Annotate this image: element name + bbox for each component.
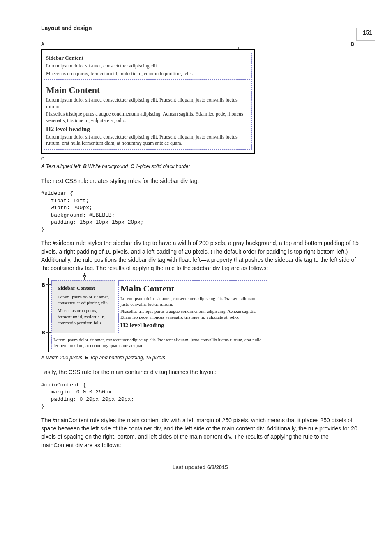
code-block-maincontent: #mainContent { margin: 0 0 0 250px; padd… <box>41 382 359 410</box>
fig2-h2: H2 level heading <box>120 322 265 329</box>
figure2-frame: Sidebar Content Lorem ipsum dolor sit am… <box>48 278 270 353</box>
fig1-h2: H2 level heading <box>46 126 250 133</box>
figure1-label-c: C <box>41 156 359 161</box>
fig2-sidebar-heading: Sidebar Content <box>58 285 111 291</box>
fig1-main-p2: Phasellus tristique purus a augue condim… <box>46 111 250 124</box>
figure2-label-b-top: B <box>42 282 45 287</box>
figure2-caption: A Width 200 pixels B Top and bottom padd… <box>41 355 359 361</box>
fig2-bottom: Lorem ipsum dolor sit amet, consectetuer… <box>51 335 267 350</box>
figure2-label-b-bottom: B <box>42 330 45 335</box>
fig1-sidebar-p2: Maecenas urna purus, fermentum id, moles… <box>46 71 250 77</box>
code-block-sidebar: #sidebar { float: left; width: 200px; ba… <box>41 190 359 233</box>
paragraph-2: The #sidebar rule styles the sidebar div… <box>41 239 359 272</box>
figure1-main-block: Main Content Lorem ipsum dolor sit amet,… <box>44 81 252 150</box>
figure1-frame: Sidebar Content Lorem ipsum dolor sit am… <box>41 49 255 154</box>
document-page: 151 Layout and design A B Sidebar Conten… <box>0 0 392 555</box>
fig1-main-heading: Main Content <box>46 85 250 95</box>
fig2-main-p2: Phasellus tristique purus a augue condim… <box>120 308 265 320</box>
fig2-main-heading: Main Content <box>120 283 265 294</box>
paragraph-1: The next CSS rule creates styling rules … <box>41 177 359 185</box>
fig2-main-p1: Lorem ipsum dolor sit amet, consectetuer… <box>120 296 265 308</box>
paragraph-4: The #mainContent rule styles the main co… <box>41 416 359 449</box>
paragraph-3: Lastly, the CSS rule for the main contai… <box>41 368 359 376</box>
figure1-caption: A Text aligned left B White background C… <box>41 164 359 169</box>
fig2-main: Main Content Lorem ipsum dolor sit amet,… <box>118 280 267 333</box>
cap1-a: A <box>41 164 45 169</box>
fig1-sidebar-heading: Sidebar Content <box>46 55 250 61</box>
cap2-a-text: Width 200 pixels <box>46 355 82 361</box>
figure1-label-b: B <box>351 42 354 46</box>
cap1-c: C <box>131 164 134 169</box>
cap1-a-text: Text aligned left <box>46 164 81 169</box>
figure1-label-a: A <box>41 42 44 46</box>
fig1-main-p1: Lorem ipsum dolor sit amet, consectetuer… <box>46 97 250 110</box>
cap1-c-text: 1-pixel solid black border <box>136 164 190 169</box>
fig1-sidebar-p1: Lorem ipsum dolor sit amet, consectetuer… <box>46 63 250 69</box>
page-number: 151 <box>356 28 375 41</box>
cap2-a: A <box>41 355 45 361</box>
fig1-h2-p: Lorem ipsum dolor sit amet, consectetuer… <box>46 134 250 147</box>
last-updated-footer: Last updated 6/3/2015 <box>41 464 359 470</box>
cap2-b-text: Top and bottom padding, 15 pixels <box>90 355 165 361</box>
fig2-sidebar-p1: Lorem ipsum dolor sit amet, consectetuer… <box>58 294 111 306</box>
fig2-sidebar: Sidebar Content Lorem ipsum dolor sit am… <box>51 280 115 333</box>
figure-2: A B B Sidebar Content Lorem ipsum dolor … <box>48 278 359 353</box>
fig2-bottom-p: Lorem ipsum dolor sit amet, consectetuer… <box>53 337 261 348</box>
cap1-b: B <box>83 164 87 169</box>
section-title: Layout and design <box>41 25 359 31</box>
cap1-b-text: White background <box>88 164 128 169</box>
cap2-b: B <box>85 355 89 361</box>
fig2-sidebar-p2: Maecenas urna purus, fermentum id, moles… <box>58 308 111 326</box>
figure1-sidebar-block: Sidebar Content Lorem ipsum dolor sit am… <box>44 53 252 80</box>
figure-1: A B Sidebar Content Lorem ipsum dolor si… <box>41 41 359 161</box>
